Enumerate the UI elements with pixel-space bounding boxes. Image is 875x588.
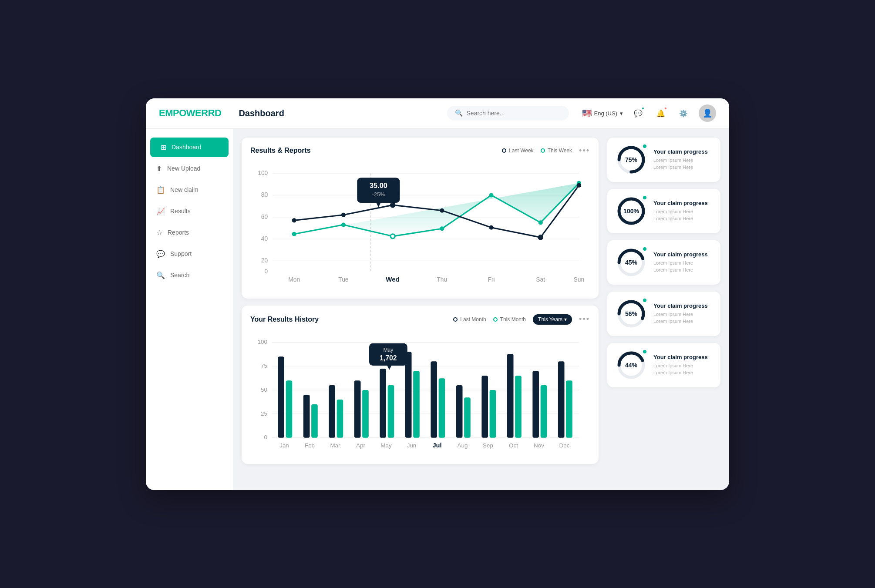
svg-rect-66 bbox=[507, 354, 514, 438]
progress-title-1: Your claim progress bbox=[653, 148, 712, 155]
search-input[interactable] bbox=[467, 110, 561, 117]
svg-rect-49 bbox=[286, 380, 293, 438]
language-selector[interactable]: 🇺🇸 Eng (US) ▾ bbox=[582, 108, 623, 118]
sidebar: ⊞ Dashboard ⬆ New Upload 📋 New claim 📈 R… bbox=[146, 129, 233, 490]
chart2-svg: 100 75 50 25 0 bbox=[250, 332, 590, 454]
filter-label: This Years bbox=[538, 316, 562, 323]
donut-5: 44% bbox=[616, 350, 646, 380]
progress-info-5: Your claim progress Lorem Ipsum HereLore… bbox=[653, 354, 712, 376]
progress-info-4: Your claim progress Lorem Ipsum HereLore… bbox=[653, 302, 712, 325]
search-icon: 🔍 bbox=[455, 109, 463, 117]
svg-point-14 bbox=[341, 222, 346, 227]
donut-1: 75% bbox=[616, 144, 646, 175]
donut-badge-4 bbox=[642, 298, 647, 303]
results-icon: 📈 bbox=[156, 207, 165, 215]
app-container: EMPOWERRD Dashboard 🔍 🇺🇸 Eng (US) ▾ 💬 🔔 … bbox=[146, 98, 729, 490]
svg-rect-68 bbox=[532, 371, 539, 438]
legend-dot-teal2 bbox=[493, 317, 498, 322]
page-title: Dashboard bbox=[239, 108, 284, 118]
progress-title-3: Your claim progress bbox=[653, 251, 712, 258]
svg-text:0: 0 bbox=[264, 434, 267, 440]
svg-text:Fri: Fri bbox=[488, 276, 495, 283]
svg-point-16 bbox=[440, 226, 444, 231]
progress-info-1: Your claim progress Lorem Ipsum HereLore… bbox=[653, 148, 712, 171]
sidebar-label-reports: Reports bbox=[168, 229, 189, 236]
svg-text:0: 0 bbox=[265, 268, 268, 275]
svg-text:Sat: Sat bbox=[536, 276, 545, 283]
sidebar-item-support[interactable]: 💬 Support bbox=[146, 244, 233, 264]
donut-badge-2 bbox=[642, 195, 647, 200]
svg-text:May: May bbox=[383, 347, 394, 353]
dashboard-icon: ⊞ bbox=[161, 143, 166, 151]
svg-text:20: 20 bbox=[261, 257, 268, 264]
sidebar-item-new-upload[interactable]: ⬆ New Upload bbox=[146, 159, 233, 178]
progress-info-3: Your claim progress Lorem Ipsum HereLore… bbox=[653, 251, 712, 274]
donut-label-4: 56% bbox=[625, 310, 637, 317]
svg-rect-55 bbox=[362, 390, 369, 438]
svg-text:Feb: Feb bbox=[305, 442, 315, 449]
progress-title-4: Your claim progress bbox=[653, 302, 712, 309]
svg-text:-25%: -25% bbox=[372, 191, 385, 197]
sidebar-item-new-claim[interactable]: 📋 New claim bbox=[146, 180, 233, 200]
results-history-card: Your Results History Last Month This Mon… bbox=[242, 306, 599, 464]
svg-marker-85 bbox=[387, 366, 391, 370]
chart2-legend-this-month: This Month bbox=[493, 316, 526, 323]
settings-button[interactable]: ⚙️ bbox=[676, 106, 691, 121]
sidebar-label-support: Support bbox=[170, 250, 192, 257]
svg-text:Tue: Tue bbox=[338, 276, 349, 283]
logo-text-main: EMPOWER bbox=[159, 108, 208, 118]
support-icon: 💬 bbox=[156, 250, 165, 258]
chart2-legend-last-month: Last Month bbox=[453, 316, 486, 323]
results-reports-card: Results & Reports Last Week This Week ••… bbox=[242, 138, 599, 299]
chart2-more-button[interactable]: ••• bbox=[579, 315, 590, 324]
progress-title-5: Your claim progress bbox=[653, 354, 712, 360]
flag-icon: 🇺🇸 bbox=[582, 108, 592, 118]
svg-point-24 bbox=[489, 225, 494, 229]
legend-dot-dark bbox=[502, 148, 506, 153]
chart1-svg: 100 80 60 40 20 0 bbox=[250, 162, 590, 288]
sidebar-item-dashboard[interactable]: ⊞ Dashboard bbox=[150, 138, 229, 157]
reports-icon: ☆ bbox=[156, 228, 162, 237]
sidebar-item-results[interactable]: 📈 Results bbox=[146, 202, 233, 221]
svg-rect-50 bbox=[303, 395, 310, 438]
sidebar-item-reports[interactable]: ☆ Reports bbox=[146, 223, 233, 242]
chart2-legend-label-tm: This Month bbox=[500, 316, 526, 323]
notifications-button[interactable]: 🔔 bbox=[653, 106, 668, 121]
chat-button[interactable]: 💬 bbox=[631, 106, 646, 121]
svg-text:Dec: Dec bbox=[559, 442, 570, 449]
donut-4: 56% bbox=[616, 299, 646, 329]
chart1-more-button[interactable]: ••• bbox=[579, 146, 590, 155]
svg-point-22 bbox=[390, 202, 396, 208]
svg-text:Mon: Mon bbox=[288, 276, 300, 283]
svg-text:Wed: Wed bbox=[386, 276, 400, 283]
search-bar[interactable]: 🔍 bbox=[447, 106, 569, 121]
progress-desc-4: Lorem Ipsum HereLorem Ipsum Here bbox=[653, 311, 712, 325]
svg-point-25 bbox=[538, 235, 543, 240]
svg-rect-62 bbox=[456, 385, 463, 438]
sidebar-label-search: Search bbox=[170, 272, 189, 279]
sidebar-item-search[interactable]: 🔍 Search bbox=[146, 265, 233, 285]
svg-text:May: May bbox=[380, 442, 392, 449]
avatar[interactable]: 👤 bbox=[699, 104, 716, 122]
svg-rect-48 bbox=[278, 356, 284, 437]
svg-text:Jun: Jun bbox=[407, 442, 417, 449]
chart1-title: Results & Reports bbox=[250, 147, 311, 155]
sidebar-label-new-upload: New Upload bbox=[167, 165, 200, 172]
donut-label-2: 100% bbox=[623, 208, 639, 215]
svg-point-26 bbox=[577, 183, 581, 187]
svg-point-18 bbox=[538, 220, 543, 225]
svg-text:Jul: Jul bbox=[432, 442, 441, 449]
svg-rect-58 bbox=[405, 352, 412, 437]
progress-desc-1: Lorem Ipsum HereLorem Ipsum Here bbox=[653, 157, 712, 171]
svg-text:80: 80 bbox=[261, 191, 268, 198]
svg-rect-54 bbox=[354, 380, 361, 438]
svg-point-23 bbox=[440, 208, 444, 212]
donut-badge-1 bbox=[642, 144, 647, 149]
svg-text:50: 50 bbox=[261, 386, 267, 393]
svg-rect-67 bbox=[515, 376, 522, 438]
chart1-area: 100 80 60 40 20 0 bbox=[250, 162, 590, 290]
this-years-filter-button[interactable]: This Years ▾ bbox=[533, 314, 572, 325]
svg-text:100: 100 bbox=[258, 169, 268, 176]
sidebar-label-new-claim: New claim bbox=[170, 186, 199, 193]
charts-section: Results & Reports Last Week This Week ••… bbox=[242, 138, 599, 481]
